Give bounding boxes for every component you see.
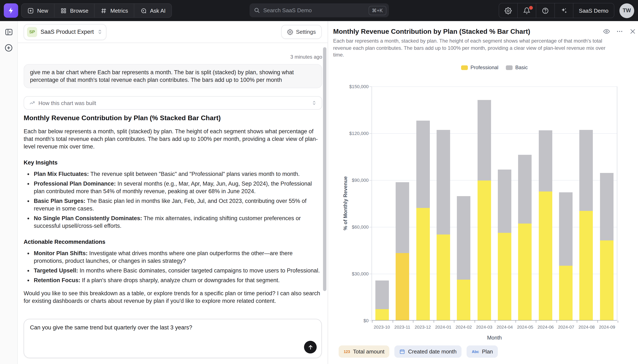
notifications-button[interactable] bbox=[517, 3, 536, 18]
ai-sparkles-button[interactable] bbox=[554, 3, 573, 18]
user-avatar[interactable]: TW bbox=[619, 3, 634, 18]
y-tick-label: $150,000 bbox=[335, 84, 369, 89]
chart-field-tags: 123Total amountCreated date monthAbcPlan bbox=[339, 346, 498, 358]
more-options-icon[interactable] bbox=[616, 28, 623, 35]
bar-2024-09[interactable] bbox=[600, 173, 613, 320]
insight-item: No Single Plan Consistently Dominates: T… bbox=[34, 215, 322, 230]
chart-panel-title: Monthly Revenue Contribution by Plan (St… bbox=[333, 28, 530, 36]
segment-basic[interactable] bbox=[437, 130, 450, 234]
chart-plot-area: $0$30,000$60,000$90,000$120,000$150,000 bbox=[372, 86, 617, 320]
bar-band bbox=[494, 170, 515, 320]
new-button[interactable]: New bbox=[21, 3, 55, 18]
segment-professional[interactable] bbox=[396, 253, 409, 320]
search-icon bbox=[253, 7, 260, 14]
bar-2024-06[interactable] bbox=[539, 130, 552, 320]
y-tick bbox=[369, 274, 372, 274]
legend-item-professional[interactable]: Professional bbox=[461, 64, 498, 70]
ask-ai-button[interactable]: Ask AI bbox=[134, 3, 172, 18]
recommendation-item: Monitor Plan Shifts: Investigate what dr… bbox=[34, 250, 322, 265]
segment-basic[interactable] bbox=[396, 182, 409, 253]
segment-basic[interactable] bbox=[518, 155, 532, 224]
bar-2023-11[interactable] bbox=[396, 182, 409, 320]
bar-band bbox=[413, 121, 433, 320]
metrics-button[interactable]: Metrics bbox=[94, 3, 135, 18]
bar-2024-01[interactable] bbox=[437, 130, 450, 320]
segment-professional[interactable] bbox=[518, 223, 532, 320]
bar-2023-10[interactable] bbox=[375, 280, 389, 320]
bar-band bbox=[393, 182, 413, 320]
x-axis-labels: 2023-102023-112023-122024-012024-022024-… bbox=[372, 324, 617, 330]
chart-steps-icon bbox=[29, 100, 35, 106]
x-tick-label: 2024-08 bbox=[576, 324, 597, 330]
x-tick bbox=[393, 320, 393, 323]
bar-2024-04[interactable] bbox=[498, 170, 511, 320]
bar-2024-08[interactable] bbox=[579, 130, 593, 320]
segment-professional[interactable] bbox=[416, 208, 430, 320]
segment-professional[interactable] bbox=[478, 180, 491, 320]
y-tick bbox=[369, 86, 372, 87]
x-tick bbox=[597, 320, 598, 323]
x-tick bbox=[454, 320, 454, 323]
browse-button[interactable]: Browse bbox=[54, 3, 95, 18]
how-built-expander[interactable]: How this chart was built bbox=[24, 96, 322, 110]
segment-basic[interactable] bbox=[600, 173, 613, 240]
x-tick bbox=[372, 320, 372, 323]
segment-professional[interactable] bbox=[559, 266, 572, 320]
search-input[interactable]: Search SaaS Demo ⌘+K bbox=[249, 3, 389, 17]
segment-basic[interactable] bbox=[579, 130, 593, 211]
chart-panel-description: Each bar represents a month, stacked by … bbox=[333, 38, 607, 58]
segment-professional[interactable] bbox=[539, 192, 552, 320]
segment-professional[interactable] bbox=[457, 280, 471, 320]
top-navbar: New Browse Metrics Ask AI Search SaaS De… bbox=[0, 0, 638, 21]
segment-basic[interactable] bbox=[416, 121, 430, 208]
metrics-button-label: Metrics bbox=[110, 8, 128, 14]
field-tag-created-date-month[interactable]: Created date month bbox=[395, 346, 462, 358]
field-tag-total-amount[interactable]: 123Total amount bbox=[339, 346, 390, 358]
bar-2023-12[interactable] bbox=[416, 121, 430, 320]
segment-professional[interactable] bbox=[375, 309, 389, 320]
send-button[interactable] bbox=[304, 341, 317, 354]
bar-2024-05[interactable] bbox=[518, 155, 532, 320]
segment-professional[interactable] bbox=[600, 241, 613, 320]
legend-label: Professional bbox=[471, 64, 498, 70]
bar-2024-03[interactable] bbox=[478, 100, 491, 320]
bar-2024-07[interactable] bbox=[559, 192, 572, 320]
y-tick bbox=[369, 227, 372, 227]
segment-professional[interactable] bbox=[498, 233, 511, 320]
help-icon bbox=[542, 7, 549, 14]
calendar-icon bbox=[400, 349, 405, 354]
settings-button-label: Settings bbox=[296, 29, 316, 35]
close-icon[interactable] bbox=[629, 28, 636, 35]
segment-basic[interactable] bbox=[478, 100, 491, 180]
legend-item-basic[interactable]: Basic bbox=[506, 64, 528, 70]
chat-scrollbar[interactable] bbox=[323, 47, 327, 291]
user-message-bubble: give me a bar chart where Each bar repre… bbox=[24, 64, 322, 88]
chevron-updown-icon bbox=[97, 29, 103, 34]
segment-professional[interactable] bbox=[579, 211, 593, 320]
new-chat-icon[interactable] bbox=[4, 44, 13, 52]
segment-basic[interactable] bbox=[375, 280, 389, 309]
project-selector[interactable]: SaaS Demo bbox=[573, 3, 614, 18]
segment-basic[interactable] bbox=[559, 192, 572, 266]
segment-professional[interactable] bbox=[437, 234, 450, 320]
bar-band bbox=[596, 173, 617, 320]
x-tick-label: 2023-12 bbox=[413, 324, 433, 330]
sidebar-toggle-icon[interactable] bbox=[5, 28, 13, 36]
field-tag-plan[interactable]: AbcPlan bbox=[467, 346, 498, 358]
segment-basic[interactable] bbox=[498, 170, 511, 233]
agent-selector[interactable]: SP SaaS Product Expert bbox=[24, 24, 106, 40]
app-logo[interactable] bbox=[4, 3, 18, 18]
x-tick-label: 2024-05 bbox=[515, 324, 535, 330]
markdown-intro: Each bar below represents a month, split… bbox=[24, 128, 322, 150]
chat-input[interactable]: Can you give the same trend but quarterl… bbox=[24, 319, 322, 358]
help-button[interactable] bbox=[536, 3, 554, 18]
agent-settings-button[interactable]: Settings bbox=[281, 25, 322, 39]
bar-2024-02[interactable] bbox=[457, 196, 471, 320]
recommendation-item: Targeted Upsell: In months where Basic d… bbox=[34, 267, 322, 274]
eye-icon[interactable] bbox=[603, 28, 610, 35]
browse-button-label: Browse bbox=[70, 8, 89, 14]
segment-basic[interactable] bbox=[457, 196, 471, 280]
search-shortcut-badge: ⌘+K bbox=[368, 6, 386, 15]
segment-basic[interactable] bbox=[539, 130, 552, 192]
settings-gear-button[interactable] bbox=[499, 3, 517, 18]
